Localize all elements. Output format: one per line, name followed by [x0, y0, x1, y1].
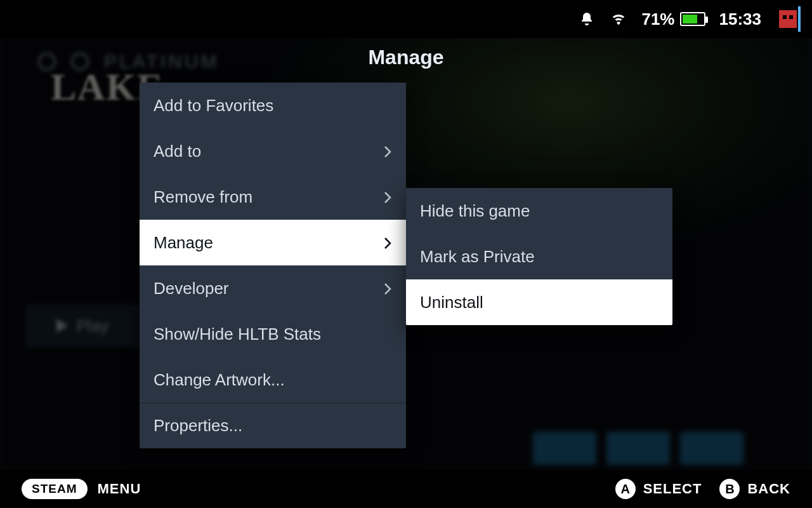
b-button-icon: B [719, 479, 740, 499]
menu-item-label: Remove from [154, 187, 383, 207]
submenu-item-uninstall[interactable]: Uninstall [406, 279, 672, 325]
status-bar: 71% 15:33 [0, 0, 812, 38]
menu-item-label: Add to Favorites [154, 96, 392, 116]
context-submenu: Hide this gameMark as PrivateUninstall [406, 188, 672, 325]
menu-item-show-hide-hltb-stats[interactable]: Show/Hide HLTB Stats [140, 311, 406, 357]
battery-fill [683, 15, 697, 23]
hint-select[interactable]: A SELECT [615, 479, 702, 499]
menu-item-label: Add to [154, 142, 383, 161]
menu-item-add-to[interactable]: Add to [140, 128, 406, 174]
menu-item-label: Show/Hide HLTB Stats [154, 324, 392, 344]
menu-header-title: Manage [0, 46, 812, 69]
steam-button[interactable]: STEAM [22, 479, 88, 499]
notifications-icon[interactable] [578, 10, 596, 28]
battery-percent: 71% [641, 10, 674, 29]
chevron-right-icon [383, 236, 392, 251]
avatar[interactable] [775, 6, 801, 32]
submenu-item-label: Mark as Private [420, 247, 535, 267]
menu-item-manage[interactable]: Manage [140, 220, 406, 265]
battery-indicator: 71% [641, 10, 705, 29]
a-button-icon: A [615, 479, 636, 499]
hint-select-label: SELECT [643, 481, 702, 497]
submenu-item-label: Hide this game [420, 201, 530, 221]
hint-back[interactable]: B BACK [719, 479, 790, 499]
chevron-right-icon [383, 144, 392, 159]
footer-menu-label: MENU [98, 481, 141, 497]
menu-item-label: Properties... [154, 416, 392, 436]
wifi-icon[interactable] [610, 10, 627, 28]
chevron-right-icon [383, 190, 392, 205]
submenu-item-label: Uninstall [420, 293, 483, 312]
menu-item-label: Developer [154, 279, 383, 298]
hint-back-label: BACK [747, 481, 790, 497]
menu-item-properties[interactable]: Properties... [140, 403, 406, 448]
menu-item-change-artwork[interactable]: Change Artwork... [140, 357, 406, 403]
battery-icon [680, 12, 705, 26]
submenu-item-hide-this-game[interactable]: Hide this game [406, 188, 672, 234]
menu-item-remove-from[interactable]: Remove from [140, 174, 406, 220]
menu-item-label: Manage [154, 233, 383, 253]
menu-item-add-to-favorites[interactable]: Add to Favorites [140, 83, 406, 128]
controller-footer: STEAM MENU A SELECT B BACK [0, 470, 812, 508]
menu-item-label: Change Artwork... [154, 370, 392, 390]
context-menu: Add to FavoritesAdd toRemove fromManageD… [140, 83, 406, 448]
menu-item-developer[interactable]: Developer [140, 265, 406, 311]
submenu-item-mark-as-private[interactable]: Mark as Private [406, 234, 672, 279]
clock: 15:33 [719, 10, 762, 29]
chevron-right-icon [383, 281, 392, 297]
